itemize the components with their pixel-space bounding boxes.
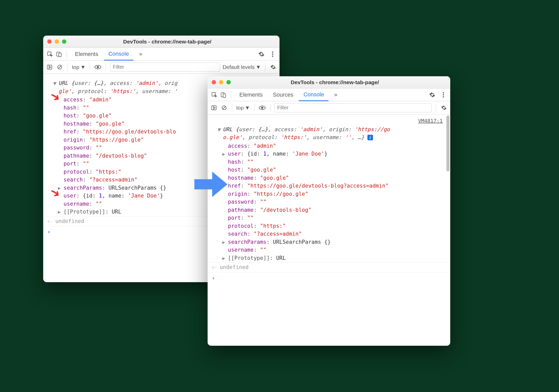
return-value: undefined: [55, 217, 84, 225]
execution-context-selector[interactable]: top ▼: [72, 64, 86, 70]
object-property[interactable]: username: "": [228, 246, 450, 254]
object-property[interactable]: origin: "https://goo.gle": [228, 190, 450, 198]
expand-triangle-icon[interactable]: ▶: [222, 255, 225, 262]
dropdown-triangle-icon: ▼: [245, 105, 250, 111]
levels-label: Default levels: [223, 64, 255, 70]
zoom-window-button[interactable]: [226, 80, 231, 84]
object-property[interactable]: protocol: "https:": [228, 222, 450, 230]
filter-input[interactable]: [274, 103, 432, 112]
expand-triangle-icon[interactable]: ▶: [58, 208, 61, 215]
minimize-window-button[interactable]: [55, 39, 59, 44]
object-property[interactable]: pathname: "/devtools-blog": [228, 206, 450, 214]
tab-console[interactable]: Console: [299, 88, 329, 101]
titlebar: DevTools - chrome://new-tab-page/: [43, 36, 280, 48]
collapse-triangle-icon[interactable]: ▼: [217, 126, 221, 134]
object-property[interactable]: hash: "": [228, 158, 450, 166]
settings-gear-icon[interactable]: [257, 50, 266, 58]
tabs-overflow[interactable]: »: [134, 48, 147, 61]
svg-point-9: [97, 66, 99, 68]
console-prompt[interactable]: ›: [208, 273, 450, 283]
return-chevron-icon: <·: [47, 218, 53, 225]
return-value-row: <· undefined: [208, 262, 450, 273]
object-property[interactable]: password: "": [228, 198, 450, 206]
clear-console-icon[interactable]: [220, 104, 228, 112]
object-property[interactable]: access: "admin": [228, 142, 450, 150]
console-settings-gear-icon[interactable]: [269, 63, 277, 71]
transition-arrow-icon: [193, 170, 229, 198]
svg-point-3: [272, 51, 273, 53]
tab-elements[interactable]: Elements: [70, 48, 103, 61]
object-property[interactable]: search: "?access=admin": [228, 230, 450, 238]
console-settings-gear-icon[interactable]: [440, 104, 448, 112]
svg-point-4: [272, 53, 273, 55]
zoom-window-button[interactable]: [62, 39, 66, 44]
expand-triangle-icon[interactable]: ▶: [222, 239, 225, 246]
return-value: undefined: [220, 263, 249, 272]
source-link[interactable]: VM4817:1: [418, 118, 443, 124]
tab-console[interactable]: Console: [104, 48, 134, 61]
expand-triangle-icon[interactable]: ▶: [222, 150, 225, 157]
object-property[interactable]: ▶[[Prototype]]: URL: [228, 254, 450, 262]
svg-point-15: [443, 96, 444, 97]
highlight-arrow-icon: [51, 94, 61, 103]
collapse-triangle-icon[interactable]: ▼: [53, 80, 56, 88]
svg-rect-12: [223, 94, 226, 97]
object-property[interactable]: host: "goo.gle": [228, 166, 450, 174]
object-property[interactable]: ▶user: {id: 1, name: 'Jane Doe'}: [228, 150, 450, 158]
property-list-right: access: "admin"▶user: {id: 1, name: 'Jan…: [208, 142, 450, 262]
tabs-overflow[interactable]: »: [330, 88, 342, 101]
svg-point-14: [443, 94, 444, 95]
minimize-window-button[interactable]: [219, 80, 223, 84]
object-property[interactable]: port: "": [228, 214, 450, 222]
close-window-button[interactable]: [47, 39, 52, 44]
context-label: top: [72, 64, 79, 70]
clear-console-icon[interactable]: [56, 63, 64, 71]
info-badge-icon[interactable]: i: [367, 135, 373, 140]
object-property[interactable]: ▶searchParams: URLSearchParams {}: [228, 238, 450, 246]
window-controls: [212, 80, 231, 84]
dropdown-triangle-icon: ▼: [256, 64, 261, 70]
context-label: top: [236, 105, 244, 111]
devtools-main-toolbar: Elements Sources Console »: [208, 88, 450, 101]
more-menu-icon[interactable]: [268, 50, 277, 58]
live-expression-icon[interactable]: [94, 63, 102, 71]
sidebar-toggle-icon[interactable]: [210, 104, 218, 112]
close-window-button[interactable]: [212, 80, 216, 84]
object-property[interactable]: hostname: "goo.gle": [228, 174, 450, 182]
object-summary[interactable]: ▼ URL {user: {…}, access: 'admin', origi…: [208, 125, 450, 142]
execution-context-selector[interactable]: top ▼: [236, 105, 250, 111]
svg-point-5: [272, 55, 273, 57]
svg-point-19: [261, 107, 263, 109]
more-menu-icon[interactable]: [439, 91, 448, 99]
devtools-window-right: DevTools - chrome://new-tab-page/ Elemen…: [208, 76, 450, 346]
window-controls: [47, 39, 66, 44]
device-toolbar-icon[interactable]: [55, 50, 63, 58]
console-toolbar: top ▼ Default levels ▼: [43, 61, 280, 74]
return-chevron-icon: <·: [212, 264, 217, 271]
highlight-arrow-icon: [51, 190, 61, 199]
console-toolbar: top ▼: [208, 101, 450, 114]
filter-input[interactable]: [110, 63, 220, 72]
tab-sources[interactable]: Sources: [268, 88, 298, 101]
log-levels-selector[interactable]: Default levels ▼: [223, 64, 261, 70]
window-title: DevTools - chrome://new-tab-page/: [234, 79, 446, 85]
live-expression-icon[interactable]: [258, 104, 266, 112]
svg-rect-2: [59, 53, 61, 57]
settings-gear-icon[interactable]: [428, 91, 437, 99]
devtools-main-toolbar: Elements Console »: [43, 48, 280, 61]
console-output: VM4817:1 ▼ URL {user: {…}, access: 'admi…: [208, 114, 450, 346]
tab-elements[interactable]: Elements: [235, 88, 267, 101]
titlebar: DevTools - chrome://new-tab-page/: [208, 76, 450, 88]
window-title: DevTools - chrome://new-tab-page/: [69, 39, 275, 45]
inspect-element-icon[interactable]: [46, 50, 54, 58]
inspect-element-icon[interactable]: [210, 91, 218, 99]
svg-point-13: [443, 92, 444, 93]
dropdown-triangle-icon: ▼: [80, 64, 86, 70]
sidebar-toggle-icon[interactable]: [46, 63, 53, 71]
object-property[interactable]: href: "https://goo.gle/devtools-blog?acc…: [228, 182, 450, 190]
device-toolbar-icon[interactable]: [219, 91, 227, 99]
